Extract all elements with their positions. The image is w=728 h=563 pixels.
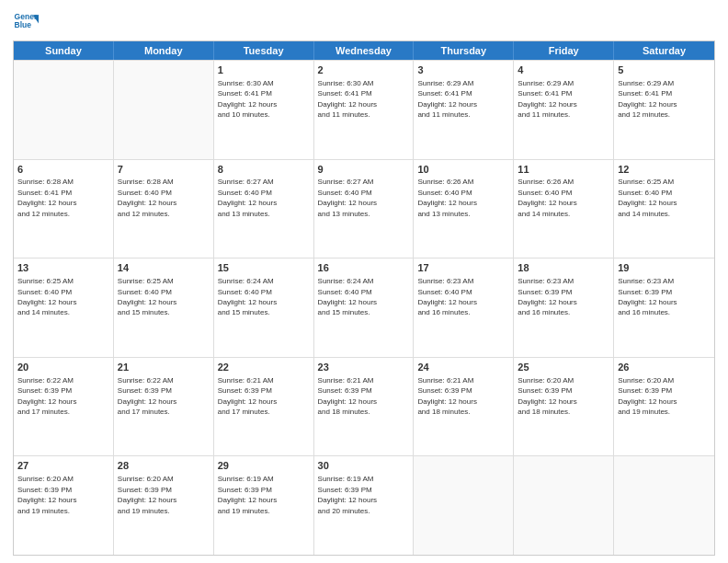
calendar-cell: 22Sunrise: 6:21 AM Sunset: 6:39 PM Dayli… <box>214 358 314 456</box>
calendar-cell: 28Sunrise: 6:20 AM Sunset: 6:39 PM Dayli… <box>114 456 214 555</box>
calendar-cell: 11Sunrise: 6:26 AM Sunset: 6:40 PM Dayli… <box>514 160 614 259</box>
day-number: 16 <box>318 261 410 275</box>
cell-info: Sunrise: 6:26 AM Sunset: 6:40 PM Dayligh… <box>518 178 576 217</box>
calendar-cell: 3Sunrise: 6:29 AM Sunset: 6:41 PM Daylig… <box>414 61 514 159</box>
calendar-body: 1Sunrise: 6:30 AM Sunset: 6:41 PM Daylig… <box>14 60 714 555</box>
day-number: 2 <box>318 63 410 77</box>
calendar-cell: 21Sunrise: 6:22 AM Sunset: 6:39 PM Dayli… <box>114 358 214 456</box>
day-number: 28 <box>118 459 210 473</box>
cell-info: Sunrise: 6:21 AM Sunset: 6:39 PM Dayligh… <box>417 376 476 416</box>
calendar-cell: 8Sunrise: 6:27 AM Sunset: 6:40 PM Daylig… <box>214 160 314 259</box>
day-number: 13 <box>17 261 109 275</box>
cell-info: Sunrise: 6:30 AM Sunset: 6:41 PM Dayligh… <box>218 79 277 119</box>
calendar-cell: 17Sunrise: 6:23 AM Sunset: 6:40 PM Dayli… <box>414 259 514 357</box>
cell-info: Sunrise: 6:20 AM Sunset: 6:39 PM Dayligh… <box>618 376 677 416</box>
day-number: 12 <box>618 163 711 177</box>
calendar-week: 1Sunrise: 6:30 AM Sunset: 6:41 PM Daylig… <box>14 60 714 159</box>
day-number: 23 <box>318 361 410 374</box>
calendar-week: 27Sunrise: 6:20 AM Sunset: 6:39 PM Dayli… <box>14 455 714 555</box>
day-number: 17 <box>417 261 509 275</box>
calendar-cell: 26Sunrise: 6:20 AM Sunset: 6:39 PM Dayli… <box>614 358 714 456</box>
calendar-cell: 25Sunrise: 6:20 AM Sunset: 6:39 PM Dayli… <box>514 358 614 456</box>
calendar-week: 13Sunrise: 6:25 AM Sunset: 6:40 PM Dayli… <box>14 258 714 357</box>
cell-info: Sunrise: 6:21 AM Sunset: 6:39 PM Dayligh… <box>218 376 277 416</box>
calendar-cell: 16Sunrise: 6:24 AM Sunset: 6:40 PM Dayli… <box>314 259 415 357</box>
calendar-cell <box>114 61 214 159</box>
logo: General Blue <box>13 9 42 35</box>
calendar-cell: 4Sunrise: 6:29 AM Sunset: 6:41 PM Daylig… <box>514 61 614 159</box>
cell-info: Sunrise: 6:27 AM Sunset: 6:40 PM Dayligh… <box>318 178 377 217</box>
calendar-cell: 6Sunrise: 6:28 AM Sunset: 6:41 PM Daylig… <box>14 160 114 259</box>
cell-info: Sunrise: 6:23 AM Sunset: 6:39 PM Dayligh… <box>618 277 677 316</box>
day-number: 10 <box>417 163 509 177</box>
day-number: 25 <box>518 361 609 374</box>
calendar-week: 6Sunrise: 6:28 AM Sunset: 6:41 PM Daylig… <box>14 159 714 259</box>
calendar-cell: 15Sunrise: 6:24 AM Sunset: 6:40 PM Dayli… <box>214 259 314 357</box>
calendar-cell <box>614 456 714 555</box>
calendar-header-cell: Saturday <box>614 41 714 60</box>
day-number: 30 <box>318 459 410 473</box>
calendar-cell: 20Sunrise: 6:22 AM Sunset: 6:39 PM Dayli… <box>14 358 114 456</box>
day-number: 26 <box>618 361 711 374</box>
day-number: 27 <box>17 459 109 473</box>
calendar-header-cell: Wednesday <box>314 41 415 60</box>
cell-info: Sunrise: 6:25 AM Sunset: 6:40 PM Dayligh… <box>618 178 677 217</box>
calendar-cell: 18Sunrise: 6:23 AM Sunset: 6:39 PM Dayli… <box>514 259 614 357</box>
day-number: 20 <box>17 361 109 374</box>
cell-info: Sunrise: 6:29 AM Sunset: 6:41 PM Dayligh… <box>618 79 677 119</box>
day-number: 1 <box>218 63 310 77</box>
day-number: 6 <box>17 163 109 177</box>
cell-info: Sunrise: 6:27 AM Sunset: 6:40 PM Dayligh… <box>218 178 277 217</box>
cell-info: Sunrise: 6:19 AM Sunset: 6:39 PM Dayligh… <box>318 475 377 514</box>
cell-info: Sunrise: 6:22 AM Sunset: 6:39 PM Dayligh… <box>17 376 76 416</box>
calendar-cell: 19Sunrise: 6:23 AM Sunset: 6:39 PM Dayli… <box>614 259 714 357</box>
calendar-cell: 29Sunrise: 6:19 AM Sunset: 6:39 PM Dayli… <box>214 456 314 555</box>
calendar-header-cell: Monday <box>114 41 214 60</box>
day-number: 21 <box>118 361 210 374</box>
svg-text:Blue: Blue <box>15 20 32 29</box>
calendar-cell <box>514 456 614 555</box>
calendar-cell: 5Sunrise: 6:29 AM Sunset: 6:41 PM Daylig… <box>614 61 714 159</box>
calendar-cell: 1Sunrise: 6:30 AM Sunset: 6:41 PM Daylig… <box>214 61 314 159</box>
day-number: 19 <box>618 261 711 275</box>
day-number: 9 <box>318 163 410 177</box>
calendar-header-cell: Sunday <box>14 41 114 60</box>
calendar-cell <box>414 456 514 555</box>
cell-info: Sunrise: 6:25 AM Sunset: 6:40 PM Dayligh… <box>118 277 176 316</box>
day-number: 14 <box>118 261 210 275</box>
day-number: 18 <box>518 261 609 275</box>
day-number: 22 <box>218 361 310 374</box>
cell-info: Sunrise: 6:20 AM Sunset: 6:39 PM Dayligh… <box>118 475 176 514</box>
calendar: SundayMondayTuesdayWednesdayThursdayFrid… <box>13 40 715 556</box>
cell-info: Sunrise: 6:23 AM Sunset: 6:39 PM Dayligh… <box>518 277 576 316</box>
calendar-cell: 23Sunrise: 6:21 AM Sunset: 6:39 PM Dayli… <box>314 358 415 456</box>
day-number: 3 <box>417 63 509 77</box>
cell-info: Sunrise: 6:19 AM Sunset: 6:39 PM Dayligh… <box>218 475 277 514</box>
calendar-cell: 27Sunrise: 6:20 AM Sunset: 6:39 PM Dayli… <box>14 456 114 555</box>
calendar-header-cell: Thursday <box>414 41 514 60</box>
cell-info: Sunrise: 6:20 AM Sunset: 6:39 PM Dayligh… <box>17 475 76 514</box>
cell-info: Sunrise: 6:21 AM Sunset: 6:39 PM Dayligh… <box>318 376 377 416</box>
calendar-cell: 24Sunrise: 6:21 AM Sunset: 6:39 PM Dayli… <box>414 358 514 456</box>
calendar-cell: 2Sunrise: 6:30 AM Sunset: 6:41 PM Daylig… <box>314 61 415 159</box>
cell-info: Sunrise: 6:29 AM Sunset: 6:41 PM Dayligh… <box>518 79 576 119</box>
cell-info: Sunrise: 6:23 AM Sunset: 6:40 PM Dayligh… <box>417 277 476 316</box>
day-number: 4 <box>518 63 609 77</box>
cell-info: Sunrise: 6:24 AM Sunset: 6:40 PM Dayligh… <box>218 277 277 316</box>
cell-info: Sunrise: 6:25 AM Sunset: 6:40 PM Dayligh… <box>17 277 76 316</box>
day-number: 29 <box>218 459 310 473</box>
calendar-header-cell: Tuesday <box>214 41 314 60</box>
calendar-cell: 12Sunrise: 6:25 AM Sunset: 6:40 PM Dayli… <box>614 160 714 259</box>
cell-info: Sunrise: 6:28 AM Sunset: 6:40 PM Dayligh… <box>118 178 176 217</box>
calendar-cell: 7Sunrise: 6:28 AM Sunset: 6:40 PM Daylig… <box>114 160 214 259</box>
day-number: 15 <box>218 261 310 275</box>
calendar-cell: 10Sunrise: 6:26 AM Sunset: 6:40 PM Dayli… <box>414 160 514 259</box>
day-number: 8 <box>218 163 310 177</box>
cell-info: Sunrise: 6:29 AM Sunset: 6:41 PM Dayligh… <box>417 79 476 119</box>
calendar-week: 20Sunrise: 6:22 AM Sunset: 6:39 PM Dayli… <box>14 357 714 456</box>
cell-info: Sunrise: 6:22 AM Sunset: 6:39 PM Dayligh… <box>118 376 176 416</box>
day-number: 11 <box>518 163 609 177</box>
cell-info: Sunrise: 6:20 AM Sunset: 6:39 PM Dayligh… <box>518 376 576 416</box>
day-number: 7 <box>118 163 210 177</box>
cell-info: Sunrise: 6:28 AM Sunset: 6:41 PM Dayligh… <box>17 178 76 217</box>
